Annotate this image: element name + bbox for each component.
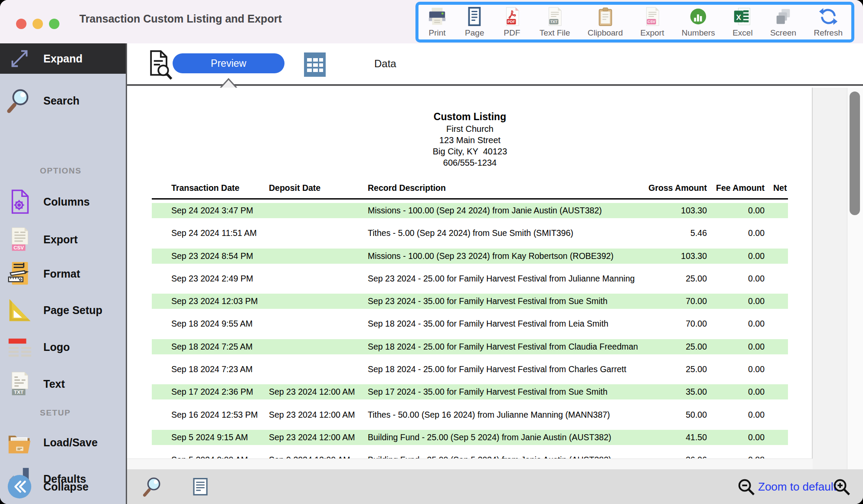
search-icon: [5, 86, 34, 115]
screen-label: Screen: [770, 28, 796, 38]
column-header-deposit-date: Deposit Date: [269, 183, 320, 194]
search-icon[interactable]: [142, 475, 164, 500]
report-page: Custom Listing First Church 123 Main Str…: [127, 88, 813, 458]
sidebar-item-load-save[interactable]: Load/Save: [0, 427, 126, 458]
cell-transaction-date: Sep 24 2024 11:51 AM: [171, 226, 257, 241]
excel-icon: X: [732, 7, 752, 26]
cell-transaction-date: Sep 5 2024 9:15 AM: [171, 430, 248, 445]
page-icon: [464, 7, 484, 26]
column-header-fee: Fee Amount: [700, 183, 765, 194]
sidebar-item-search[interactable]: Search: [0, 85, 126, 116]
refresh-button[interactable]: Refresh: [814, 7, 843, 38]
cell-transaction-date: Sep 18 2024 7:23 AM: [171, 362, 253, 377]
cell-transaction-date: Sep 17 2024 2:36 PM: [171, 384, 253, 399]
printer-icon: [427, 7, 447, 26]
minimize-window-button[interactable]: [33, 19, 43, 29]
cell-deposit-date: Sep 23 2024 12:00 AM: [269, 407, 355, 422]
clipboard-button[interactable]: Clipboard: [588, 7, 623, 38]
cell-description: Building Fund - 25.00 (Sep 5 2024) from …: [368, 452, 611, 458]
cell-fee-amount: 0.00: [700, 407, 765, 422]
report-title: Custom Listing: [127, 110, 813, 123]
report-rows: Sep 24 2024 3:47 PM Missions - 100.00 (S…: [152, 203, 788, 458]
cell-description: Sep 18 2024 - 25.00 for Family Harvest F…: [368, 362, 626, 377]
cell-description: Sep 18 2024 - 35.00 for Family Harvest F…: [368, 316, 608, 331]
expand-icon: [5, 44, 34, 73]
text-label: Text: [43, 378, 65, 390]
cell-transaction-date: Sep 18 2024 9:55 AM: [171, 316, 253, 331]
text-file-icon: TXT: [5, 370, 34, 398]
tab-preview[interactable]: Preview: [173, 53, 284, 73]
sidebar-item-text[interactable]: TXT Text: [0, 369, 126, 399]
clipboard-label: Clipboard: [588, 28, 623, 38]
cell-fee-amount: 0.00: [700, 362, 765, 377]
print-button[interactable]: Print: [427, 7, 447, 38]
title-bar: Transaction Custom Listing and Export Pr…: [0, 0, 863, 43]
tab-data[interactable]: Data: [374, 58, 396, 70]
numbers-label: Numbers: [682, 28, 715, 38]
numbers-button[interactable]: Numbers: [682, 7, 715, 38]
zoom-to-default-link[interactable]: Zoom to default: [758, 480, 837, 494]
pdf-file-icon: PDF: [502, 7, 522, 26]
cell-description: Tithes - 5.00 (Sep 24 2024) from Sue Smi…: [368, 226, 573, 241]
svg-text:X: X: [736, 13, 742, 22]
cell-fee-amount: 0.00: [700, 294, 765, 309]
cell-net-amount: [772, 452, 811, 458]
zoom-window-button[interactable]: [49, 19, 59, 29]
cell-gross-amount: 41.50: [642, 430, 707, 445]
sidebar-item-columns[interactable]: Columns: [0, 187, 126, 217]
sidebar-section-options: OPTIONS: [40, 166, 82, 176]
preview-document-icon: [145, 49, 173, 82]
print-label: Print: [428, 28, 445, 38]
sidebar-item-logo[interactable]: Logo: [0, 332, 126, 362]
cell-deposit-date: Sep 9 2024 12:00 AM: [269, 452, 350, 458]
screen-button[interactable]: Screen: [770, 7, 796, 38]
csv-export-button[interactable]: CSV Export: [641, 7, 664, 38]
table-row: Sep 23 2024 2:49 PM Sep 23 2024 - 25.00 …: [152, 271, 788, 286]
sidebar-item-export[interactable]: CSV Export: [0, 224, 126, 255]
table-row: Sep 5 2024 9:00 AM Sep 9 2024 12:00 AM B…: [152, 452, 788, 458]
svg-text:CSV: CSV: [647, 20, 655, 24]
report-header: Custom Listing First Church 123 Main Str…: [127, 110, 813, 168]
cell-fee-amount: 0.00: [700, 249, 765, 264]
cell-description: Sep 23 2024 - 35.00 for Family Harvest F…: [368, 294, 608, 309]
sidebar-item-collapse[interactable]: Collapse: [0, 469, 126, 504]
text-file-label: Text File: [539, 28, 570, 38]
cell-gross-amount: 25.00: [642, 271, 707, 286]
cell-description: Missions - 100.00 (Sep 23 2024) from Kay…: [368, 249, 614, 264]
cell-net-amount: [772, 384, 811, 399]
column-header-description: Record Description: [368, 183, 446, 194]
format-icon: [5, 259, 34, 288]
zoom-out-icon[interactable]: [736, 477, 756, 499]
table-row: Sep 5 2024 9:15 AM Sep 23 2024 12:00 AM …: [152, 430, 788, 445]
close-window-button[interactable]: [16, 19, 26, 29]
cell-net-amount: [772, 316, 811, 331]
table-row: Sep 23 2024 8:54 PM Missions - 100.00 (S…: [152, 249, 788, 264]
preview-tab-label: Preview: [211, 58, 246, 69]
cell-deposit-date: Sep 23 2024 12:00 AM: [269, 430, 355, 445]
sidebar-item-page-setup[interactable]: Page Setup: [0, 295, 126, 325]
pdf-button[interactable]: PDF PDF: [502, 7, 522, 38]
column-header-transaction-date: Transaction Date: [171, 183, 239, 194]
report-preview-pane: Custom Listing First Church 123 Main Str…: [127, 88, 863, 469]
horizontal-scrollbar-track[interactable]: [127, 458, 813, 469]
cell-gross-amount: 70.00: [642, 294, 707, 309]
page-label: Page: [465, 28, 484, 38]
vertical-scrollbar-thumb[interactable]: [850, 92, 860, 215]
csv-export-label: Export: [641, 28, 664, 38]
page-button[interactable]: Page: [464, 7, 484, 38]
svg-text:TXT: TXT: [550, 20, 558, 24]
svg-text:TXT: TXT: [14, 389, 23, 395]
excel-button[interactable]: X Excel: [732, 7, 752, 38]
table-row: Sep 23 2024 12:03 PM Sep 23 2024 - 35.00…: [152, 294, 788, 309]
sidebar-item-format[interactable]: Format: [0, 259, 126, 289]
org-street: 123 Main Street: [127, 134, 813, 146]
svg-text:CSV: CSV: [13, 245, 24, 250]
table-row: Sep 18 2024 7:23 AM Sep 18 2024 - 25.00 …: [152, 362, 788, 377]
table-row: Sep 18 2024 9:55 AM Sep 18 2024 - 35.00 …: [152, 316, 788, 331]
sidebar-item-expand[interactable]: Expand: [0, 43, 126, 74]
refresh-label: Refresh: [814, 28, 843, 38]
cell-net-amount: [772, 407, 811, 422]
text-file-button[interactable]: TXT Text File: [539, 7, 570, 38]
document-icon[interactable]: [190, 477, 211, 499]
zoom-in-icon[interactable]: [832, 477, 852, 499]
